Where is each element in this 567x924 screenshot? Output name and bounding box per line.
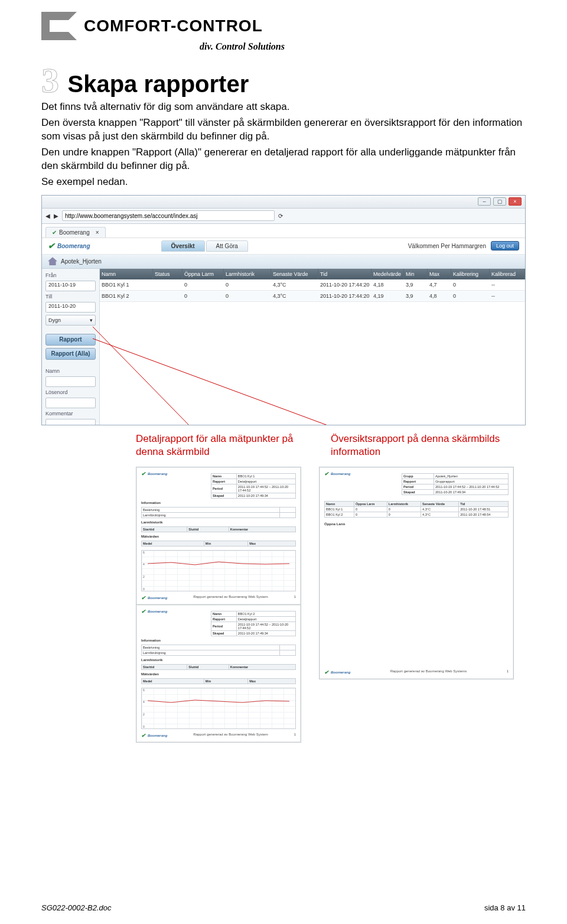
cell: 2011-10-20 17:44:20 bbox=[318, 279, 372, 290]
thumb-brand: Boomerang bbox=[148, 734, 167, 737]
cell: BBO1 Kyl 1 bbox=[325, 506, 354, 512]
thumb-footer: Rapport genererad av Boomerang Web Syste… bbox=[390, 669, 467, 675]
tab-oversikt[interactable]: Översikt bbox=[161, 240, 205, 252]
cell: Beskrivning bbox=[142, 645, 280, 650]
window-close-icon[interactable]: × bbox=[509, 197, 522, 206]
nav-fwd-icon[interactable]: ▶ bbox=[54, 213, 58, 219]
browser-tab-label: Boomerang bbox=[59, 229, 90, 236]
callout-detail: Detaljrapport för alla mätpunkter på den… bbox=[136, 432, 313, 458]
rapport-alla-button[interactable]: Rapport (Alla) bbox=[45, 348, 96, 360]
from-label: Från bbox=[45, 272, 96, 278]
cell: 0 bbox=[387, 512, 421, 517]
from-input[interactable]: 2011-10-19 bbox=[45, 281, 96, 291]
cell: 0 bbox=[451, 291, 490, 301]
thumb-section: Information bbox=[141, 501, 296, 505]
brand-subtitle: div. Control Solutions bbox=[41, 41, 285, 52]
cell: 2011-10-20 17:44:20 bbox=[318, 291, 372, 301]
section-number: 3 bbox=[41, 63, 59, 98]
thumb-pageno: 1 bbox=[507, 669, 509, 675]
nav-back-icon[interactable]: ◀ bbox=[45, 213, 50, 219]
cell: 0 bbox=[183, 291, 224, 301]
meta-val: Detaljrapport bbox=[236, 616, 295, 622]
cell: 4,18 bbox=[372, 279, 404, 290]
cell: 0 bbox=[354, 506, 387, 512]
thumb-section: Mätvärden bbox=[141, 535, 296, 538]
window-min-icon[interactable]: – bbox=[478, 197, 491, 206]
cell: Beskrivning bbox=[142, 507, 280, 512]
cell: 0 bbox=[387, 506, 421, 512]
address-bar: ◀ ▶ ⟳ bbox=[42, 209, 525, 224]
period-select[interactable]: Dygn ▾ bbox=[45, 315, 96, 326]
th: Max bbox=[248, 541, 296, 546]
cell: 4,3°C bbox=[421, 506, 459, 512]
sidebar: Från 2011-10-19 Till 2011-10-20 Dygn ▾ R… bbox=[42, 269, 100, 425]
refresh-icon[interactable]: ⟳ bbox=[278, 213, 283, 219]
col-tid: Tid bbox=[318, 269, 372, 279]
para-4: Se exempel nedan. bbox=[41, 175, 526, 189]
cell: 4,3°C bbox=[271, 279, 318, 290]
col-kalibd: Kalibrerad bbox=[490, 269, 525, 279]
tab-attgora[interactable]: Att Göra bbox=[206, 240, 248, 252]
meta-val: 2011-10-19 17:44:52 – 2011-10-20 17:44:5… bbox=[236, 622, 295, 630]
meta-lbl: Period bbox=[211, 622, 236, 630]
rapport-button[interactable]: Rapport bbox=[45, 334, 96, 346]
doc-header: COMFORT-CONTROL div. Control Solutions bbox=[41, 12, 289, 52]
breadcrumb[interactable]: Apotek_Hjorten bbox=[61, 258, 102, 265]
thumb-section: Larmhistorik bbox=[141, 658, 296, 662]
cell bbox=[280, 512, 296, 518]
comment-label: Kommentar bbox=[45, 411, 96, 417]
check-icon: ✔ bbox=[141, 471, 146, 477]
th: Starttid bbox=[142, 526, 187, 532]
window-chrome: – ▢ × bbox=[42, 196, 525, 209]
url-input[interactable] bbox=[62, 210, 275, 221]
th: Min bbox=[204, 541, 247, 546]
th: Sluttid bbox=[187, 526, 229, 532]
para-2: Den översta knappen "Rapport" till vänst… bbox=[41, 116, 526, 144]
page-number: sida 8 av 11 bbox=[484, 903, 526, 912]
cell bbox=[153, 291, 183, 301]
thumb-section: Mätvärden bbox=[141, 672, 296, 676]
cell: 4,3°C bbox=[421, 512, 459, 517]
thumb-pageno: 1 bbox=[294, 595, 296, 601]
meta-val: Detaljrapport bbox=[236, 479, 295, 484]
detail-thumb-1: ✔Boomerang NamnBBO1 Kyl 1 RapportDetaljr… bbox=[136, 467, 301, 605]
cell: -- bbox=[490, 279, 525, 290]
col-max: Max bbox=[428, 269, 451, 279]
pwd-label: Lösenord bbox=[45, 389, 96, 395]
cell: 2011-10-20 17:48:51 bbox=[459, 506, 509, 512]
window-max-icon[interactable]: ▢ bbox=[493, 197, 506, 206]
browser-tab[interactable]: ✔ Boomerang × bbox=[45, 227, 106, 237]
pwd-input[interactable] bbox=[45, 398, 96, 408]
cell: BBO1 Kyl 2 bbox=[325, 512, 354, 517]
to-input[interactable]: 2011-10-20 bbox=[45, 302, 96, 313]
logout-button[interactable]: Log out bbox=[491, 241, 519, 250]
table-row[interactable]: BBO1 Kyl 2 0 0 4,3°C 2011-10-20 17:44:20… bbox=[100, 291, 525, 302]
name-input[interactable] bbox=[45, 376, 96, 387]
cell: 4,3°C bbox=[271, 291, 318, 301]
col-status: Status bbox=[153, 269, 183, 279]
thumb-brand: Boomerang bbox=[331, 671, 350, 674]
meta-val: Grupprapport bbox=[434, 479, 509, 484]
meta-val: BBO1 Kyl 2 bbox=[236, 611, 295, 616]
meta-val: 2011-10-19 17:44:52 – 2011-10-20 17:44:5… bbox=[236, 484, 295, 493]
th: Kommentar bbox=[229, 664, 295, 669]
meta-val: 2011-10-20 17:49:34 bbox=[434, 489, 509, 494]
thumb-brand: Boomerang bbox=[148, 472, 167, 476]
cell: 0 bbox=[224, 291, 271, 301]
meta-lbl: Rapport bbox=[402, 479, 434, 484]
table-row[interactable]: BBO1 Kyl 1 0 0 4,3°C 2011-10-20 17:44:20… bbox=[100, 279, 525, 291]
to-label: Till bbox=[45, 294, 96, 300]
meta-lbl: Skapad bbox=[402, 489, 434, 494]
app-screenshot: – ▢ × ◀ ▶ ⟳ ✔ Boomerang × ✔ Boomerang bbox=[41, 195, 526, 425]
para-1: Det finns två alternativ för dig som anv… bbox=[41, 100, 526, 114]
name-label: Namn bbox=[45, 368, 96, 374]
comment-input[interactable] bbox=[45, 419, 96, 425]
tab-close-icon[interactable]: × bbox=[96, 229, 99, 236]
cell: 3,9 bbox=[404, 291, 428, 301]
meta-lbl: Rapport bbox=[211, 479, 236, 484]
thumb-section: Information bbox=[141, 639, 296, 642]
meta-val: 2011-10-20 17:49:34 bbox=[236, 493, 295, 498]
meta-lbl: Period bbox=[402, 484, 434, 489]
table-header: Namn Status Öppna Larm Larmhistorik Sena… bbox=[100, 269, 525, 279]
home-icon[interactable] bbox=[48, 257, 57, 265]
